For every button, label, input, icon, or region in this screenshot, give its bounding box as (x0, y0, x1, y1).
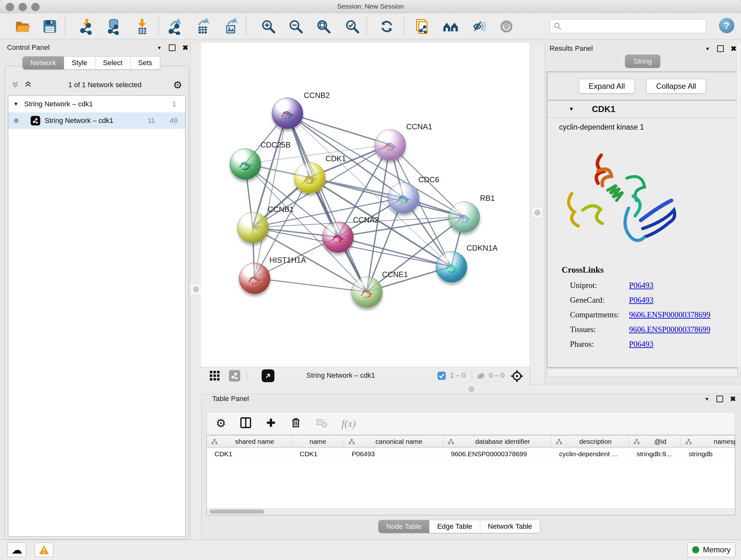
network-canvas[interactable]: CCNB2CCNA1CDC25BCDK1CDC6RB1CCNB1CCNA2CDK… (201, 43, 530, 367)
network-node-CDKN1A[interactable] (436, 251, 467, 283)
table-cell[interactable]: CDK1 (207, 448, 292, 460)
scrollbar-thumb[interactable] (209, 509, 264, 514)
network-collection-row[interactable]: ▼ String Network – cdk1 1 (8, 96, 185, 112)
control-panel-collapse-icon[interactable]: ▼ (157, 45, 162, 51)
open-session-button[interactable] (13, 17, 32, 36)
table-cell[interactable]: stringdb (681, 448, 735, 460)
crosslink-link[interactable]: P06493 (629, 293, 653, 307)
network-node-HIST1H1A[interactable] (239, 263, 270, 294)
fit-crosshair-icon[interactable] (511, 370, 523, 384)
right-vertical-splitter[interactable] (530, 43, 545, 384)
horizontal-splitter[interactable] (201, 384, 741, 394)
birds-eye-view-button[interactable] (259, 368, 277, 384)
export-image-button[interactable] (222, 17, 240, 36)
network-node-CCNB1[interactable] (238, 212, 269, 243)
network-edge-HIST1H1A-CCNE1[interactable] (254, 278, 367, 292)
column-header-canonical-name[interactable]: canonical name (344, 435, 443, 448)
add-column-icon[interactable] (266, 417, 276, 429)
collapse-all-networks-icon[interactable] (24, 80, 32, 90)
show-columns-icon[interactable] (240, 417, 252, 430)
toolbar-search-box[interactable] (550, 19, 706, 33)
results-panel-close-icon[interactable]: ✖ (731, 46, 737, 51)
results-panel-collapse-icon[interactable]: ▼ (705, 46, 710, 51)
network-node-CDK1[interactable] (294, 162, 326, 193)
delete-table-icon[interactable] (315, 417, 327, 430)
import-table-button[interactable] (133, 17, 151, 36)
export-table-button[interactable] (193, 17, 212, 36)
memory-button[interactable]: Memory (687, 543, 735, 557)
tab-select[interactable]: Select (95, 57, 131, 69)
network-edge-CDK1-RB1[interactable] (310, 178, 464, 217)
table-row[interactable]: CDK1CDK1P064939606.ENSP00000378699cyclin… (207, 448, 735, 460)
zoom-fit-button[interactable] (314, 17, 333, 36)
table-panel-collapse-icon[interactable]: ▼ (704, 396, 710, 401)
control-panel-close-icon[interactable]: ✖ (183, 45, 188, 51)
function-builder-icon[interactable]: f(x) (341, 418, 355, 429)
table-panel-float-icon[interactable] (717, 395, 723, 402)
right-splitter-handle[interactable] (532, 207, 543, 219)
tab-network[interactable]: Network (23, 57, 64, 69)
tab-network-table[interactable]: Network Table (480, 520, 540, 533)
show-hide-graphics-button[interactable] (469, 17, 488, 36)
network-edge-CCNB2-CCNA1[interactable] (287, 113, 390, 145)
network-node-CCNA1[interactable] (375, 129, 406, 161)
zoom-in-button[interactable] (259, 17, 278, 36)
network-node-RB1[interactable] (449, 201, 480, 233)
network-node-CCNA2[interactable] (322, 222, 354, 253)
network-edge-CCNB2-CCNE1[interactable] (287, 113, 367, 292)
hidden-eye-icon[interactable] (476, 371, 486, 382)
tab-sets[interactable]: Sets (131, 57, 160, 69)
tab-string[interactable]: String (625, 55, 660, 68)
table-panel-close-icon[interactable]: ✖ (730, 396, 736, 401)
disabled-sphere-button[interactable] (497, 17, 516, 36)
delete-column-icon[interactable] (290, 417, 301, 429)
table-options-gear-icon[interactable]: ⚙ (216, 419, 226, 428)
network-node-CCNB2[interactable] (272, 98, 303, 129)
horizontal-splitter-handle[interactable] (468, 386, 474, 392)
grid-view-button[interactable] (207, 368, 223, 384)
network-options-gear-icon[interactable]: ⚙ (173, 80, 182, 90)
table-cell[interactable]: stringdb:9... (629, 448, 681, 460)
tab-edge-table[interactable]: Edge Table (429, 520, 480, 533)
export-network-button[interactable] (166, 17, 185, 36)
network-from-selection-button[interactable] (413, 17, 431, 36)
help-button[interactable]: ? (719, 18, 734, 33)
expand-all-button[interactable]: Expand All (579, 79, 635, 94)
control-panel-float-icon[interactable] (169, 44, 176, 51)
network-edge-CCNB2-HIST1H1A[interactable] (254, 113, 287, 278)
results-bottom-scrollbar[interactable] (547, 369, 738, 377)
network-view-button[interactable] (226, 368, 243, 384)
column-header-database-identifier[interactable]: database identifier (443, 435, 551, 448)
crosslink-link[interactable]: 9606.ENSP00000378699 (629, 322, 711, 337)
zoom-selected-button[interactable] (343, 17, 361, 36)
network-node-CCNE1[interactable] (351, 276, 383, 308)
cloud-button[interactable]: ☁ (7, 543, 26, 557)
tab-style[interactable]: Style (64, 57, 95, 69)
gene-header-row[interactable]: ▼ CDK1 (548, 101, 737, 118)
column-header-namespace[interactable]: namespace (681, 435, 735, 448)
warnings-button[interactable] (35, 543, 53, 557)
selected-checkbox-icon[interactable] (437, 371, 446, 381)
table-cell[interactable]: CDK1 (292, 448, 344, 460)
collection-expand-icon[interactable]: ▼ (13, 101, 18, 107)
houses-button[interactable] (441, 17, 460, 36)
left-splitter-handle[interactable] (190, 284, 202, 295)
left-vertical-splitter[interactable] (190, 43, 202, 540)
save-session-button[interactable] (41, 17, 59, 36)
import-network-database-button[interactable] (105, 17, 123, 36)
table-horizontal-scrollbar[interactable] (207, 508, 735, 515)
table-cell[interactable]: cyclin-dependent ... (551, 448, 629, 460)
crosslink-link[interactable]: P06493 (629, 337, 653, 352)
column-header--id[interactable]: @id (629, 435, 681, 448)
tab-node-table[interactable]: Node Table (379, 520, 429, 533)
expand-all-networks-icon[interactable] (11, 80, 19, 90)
results-panel-float-icon[interactable] (717, 45, 724, 52)
network-node-CDC6[interactable] (388, 182, 419, 213)
network-node-CDC25B[interactable] (230, 148, 261, 180)
table-cell[interactable]: 9606.ENSP00000378699 (443, 448, 551, 460)
network-row[interactable]: String Network – cdk1 11 48 (8, 112, 185, 129)
column-header-description[interactable]: description (551, 435, 629, 448)
results-vertical-scrollbar[interactable] (736, 43, 741, 368)
table-cell[interactable]: P06493 (344, 448, 443, 460)
zoom-out-button[interactable] (286, 17, 305, 36)
